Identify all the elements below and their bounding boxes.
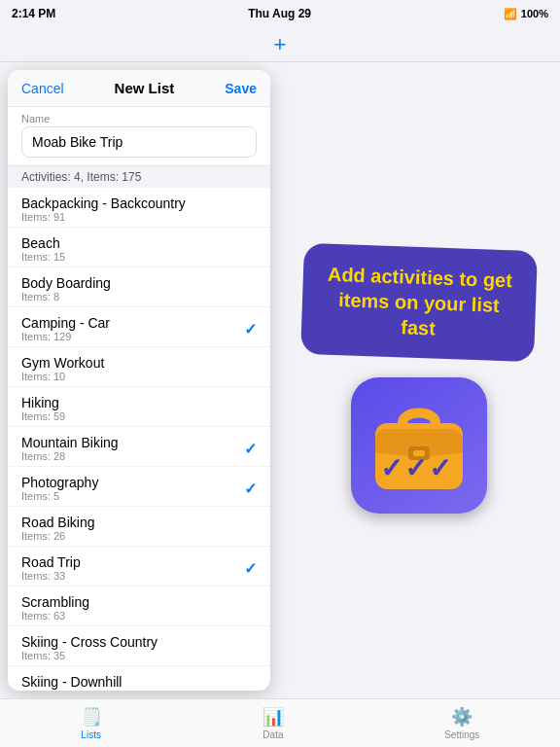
activities-list: Backpacking - Backcountry Items: 91 Beac… — [8, 188, 270, 691]
activity-name: Mountain Biking — [21, 435, 119, 450]
activity-item[interactable]: Skiing - Downhill Items: 23 — [8, 666, 270, 691]
activity-count: Items: 10 — [21, 371, 104, 382]
activity-count: Items: 33 — [21, 570, 81, 582]
top-bar: + — [0, 27, 560, 62]
activity-name: Skiing - Cross Country — [21, 634, 158, 650]
activities-summary: Activities: 4, Items: 175 — [8, 165, 270, 188]
tab-icon: 🗒️ — [81, 706, 102, 728]
tab-icon: 📊 — [262, 706, 284, 728]
activity-count: Items: 15 — [21, 251, 65, 263]
tab-lists[interactable]: 🗒️ Lists — [81, 706, 102, 740]
svg-text:✓: ✓ — [404, 453, 427, 483]
cancel-button[interactable]: Cancel — [21, 81, 64, 96]
activity-count: Items: 28 — [21, 450, 119, 462]
activity-item[interactable]: Scrambling Items: 63 — [8, 587, 270, 626]
add-list-button[interactable]: + — [274, 32, 287, 57]
promo-text: Add activities to get items on your list… — [323, 262, 516, 344]
activity-item[interactable]: Body Boarding Items: 8 — [8, 267, 270, 307]
svg-text:✓: ✓ — [380, 453, 402, 483]
app-icon: ✓ ✓ ✓ — [351, 377, 487, 514]
activity-name: Camping - Car — [21, 315, 110, 331]
activity-name: Hiking — [21, 395, 65, 410]
status-bar: 2:14 PM Thu Aug 29 📶 100% — [0, 0, 560, 27]
activity-item[interactable]: Backpacking - Backcountry Items: 91 — [8, 188, 270, 228]
tab-label: Lists — [81, 729, 101, 740]
activity-name: Skiing - Downhill — [21, 674, 122, 690]
status-time: 2:14 PM — [12, 7, 55, 20]
activity-item[interactable]: Road Biking Items: 26 — [8, 507, 270, 547]
activity-count: Items: 91 — [21, 211, 186, 223]
activity-item[interactable]: Hiking Items: 59 — [8, 387, 270, 427]
activity-count: Items: 23 — [21, 690, 122, 691]
activity-item[interactable]: Gym Workout Items: 10 — [8, 347, 270, 387]
activity-count: Items: 5 — [21, 490, 98, 502]
activity-item[interactable]: Beach Items: 15 — [8, 228, 270, 267]
name-field-label: Name — [8, 107, 270, 126]
tab-bar: 🗒️ Lists📊 Data⚙️ Settings — [0, 698, 560, 747]
activity-name: Beach — [21, 235, 65, 251]
tab-label: Data — [262, 729, 283, 740]
activity-item[interactable]: Photography Items: 5 ✓ — [8, 467, 270, 507]
tab-label: Settings — [444, 729, 479, 740]
activity-count: Items: 8 — [21, 291, 111, 302]
activity-count: Items: 129 — [21, 331, 110, 342]
activity-item[interactable]: Mountain Biking Items: 28 ✓ — [8, 427, 270, 467]
panel-title: New List — [115, 80, 175, 96]
tab-data[interactable]: 📊 Data — [262, 706, 284, 740]
right-panel: Add activities to get items on your list… — [278, 62, 560, 698]
checkmark-icon: ✓ — [244, 480, 257, 498]
activity-name: Backpacking - Backcountry — [21, 196, 186, 211]
activity-count: Items: 26 — [21, 530, 95, 542]
activity-item[interactable]: Road Trip Items: 33 ✓ — [8, 547, 270, 587]
tab-settings[interactable]: ⚙️ Settings — [444, 706, 479, 740]
activity-count: Items: 35 — [21, 650, 158, 661]
new-list-panel: Cancel New List Save Name Activities: 4,… — [8, 70, 270, 691]
battery-indicator: 100% — [521, 8, 548, 19]
activity-item[interactable]: Camping - Car Items: 129 ✓ — [8, 307, 270, 347]
wifi-icon: 📶 — [504, 8, 517, 20]
status-day: Thu Aug 29 — [248, 7, 311, 20]
activity-name: Gym Workout — [21, 355, 104, 371]
svg-text:✓: ✓ — [429, 453, 451, 483]
activity-name: Road Biking — [21, 515, 95, 530]
checkmark-icon: ✓ — [244, 320, 257, 338]
activity-count: Items: 59 — [21, 410, 65, 422]
activity-name: Road Trip — [21, 554, 81, 570]
tab-icon: ⚙️ — [451, 706, 472, 728]
checkmark-icon: ✓ — [244, 440, 257, 458]
activity-item[interactable]: Skiing - Cross Country Items: 35 — [8, 626, 270, 666]
modal-overlay: Cancel New List Save Name Activities: 4,… — [0, 62, 560, 698]
main-layout: Lists Austin City Limits 4/26 (15%)Bike … — [0, 62, 560, 698]
list-name-input[interactable] — [21, 126, 257, 158]
activity-name: Scrambling — [21, 594, 89, 610]
promo-bubble: Add activities to get items on your list… — [300, 243, 538, 362]
panel-header: Cancel New List Save — [8, 70, 270, 107]
save-button[interactable]: Save — [225, 81, 257, 96]
checkmark-icon: ✓ — [244, 559, 257, 578]
activity-name: Body Boarding — [21, 275, 111, 291]
activity-name: Photography — [21, 475, 98, 490]
activity-count: Items: 63 — [21, 610, 89, 622]
status-right: 📶 100% — [504, 8, 548, 20]
